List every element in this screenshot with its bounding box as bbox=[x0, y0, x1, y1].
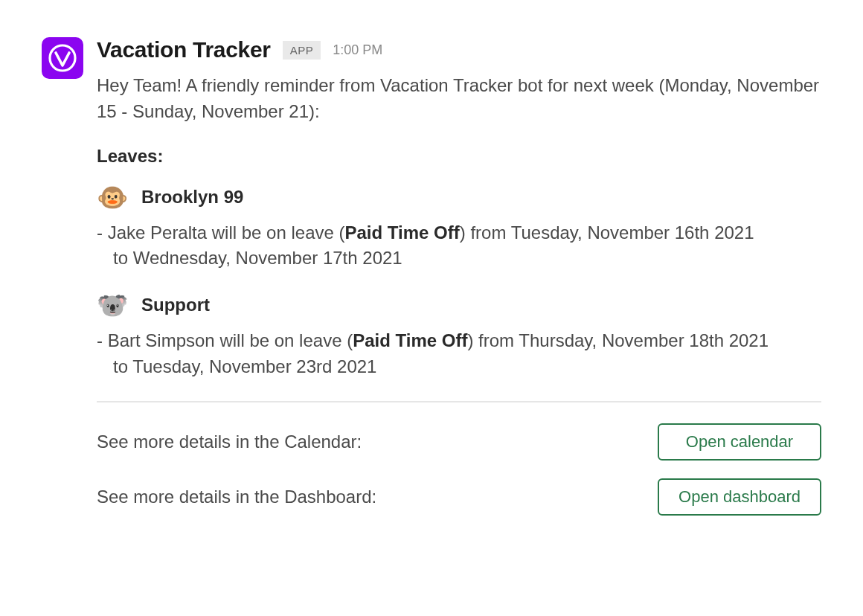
timestamp: 1:00 PM bbox=[333, 42, 382, 58]
dashboard-action-label: See more details in the Dashboard: bbox=[97, 487, 376, 507]
leave-type: Paid Time Off bbox=[345, 222, 460, 243]
calendar-action-label: See more details in the Calendar: bbox=[97, 431, 362, 452]
leave-text-prefix: - Jake Peralta will be on leave ( bbox=[97, 222, 345, 243]
open-dashboard-button[interactable]: Open dashboard bbox=[658, 478, 821, 516]
monkey-icon: 🐵 bbox=[97, 185, 128, 210]
leave-text-prefix: - Bart Simpson will be on leave ( bbox=[97, 330, 353, 350]
leaves-section-title: Leaves: bbox=[97, 146, 821, 167]
app-name: Vacation Tracker bbox=[97, 37, 271, 62]
app-icon bbox=[42, 37, 83, 79]
leave-item: - Jake Peralta will be on leave (Paid Ti… bbox=[97, 220, 821, 272]
open-calendar-button[interactable]: Open calendar bbox=[658, 423, 821, 461]
leave-text-cont: to Wednesday, November 17th 2021 bbox=[97, 246, 821, 272]
message-container: Vacation Tracker APP 1:00 PM Hey Team! A… bbox=[42, 37, 821, 533]
svg-point-0 bbox=[50, 45, 75, 71]
leave-type: Paid Time Off bbox=[353, 330, 467, 350]
leave-text-cont: to Tuesday, November 23rd 2021 bbox=[97, 354, 821, 380]
message-content: Vacation Tracker APP 1:00 PM Hey Team! A… bbox=[97, 37, 821, 533]
calendar-action-row: See more details in the Calendar: Open c… bbox=[97, 423, 821, 461]
leave-text-mid: ) from Thursday, November 18th 2021 bbox=[467, 330, 769, 350]
koala-icon: 🐨 bbox=[97, 292, 128, 318]
vacation-tracker-logo-icon bbox=[48, 43, 77, 73]
team-name: Support bbox=[141, 295, 210, 315]
app-badge: APP bbox=[283, 41, 321, 60]
message-header: Vacation Tracker APP 1:00 PM bbox=[97, 37, 821, 62]
intro-text: Hey Team! A friendly reminder from Vacat… bbox=[97, 73, 821, 125]
leave-text-mid: ) from Tuesday, November 16th 2021 bbox=[460, 222, 754, 243]
leave-item: - Bart Simpson will be on leave (Paid Ti… bbox=[97, 328, 821, 380]
team-header: 🐵 Brooklyn 99 bbox=[97, 185, 821, 210]
team-name: Brooklyn 99 bbox=[141, 187, 243, 208]
team-header: 🐨 Support bbox=[97, 292, 821, 318]
divider bbox=[97, 401, 821, 402]
dashboard-action-row: See more details in the Dashboard: Open … bbox=[97, 478, 821, 516]
